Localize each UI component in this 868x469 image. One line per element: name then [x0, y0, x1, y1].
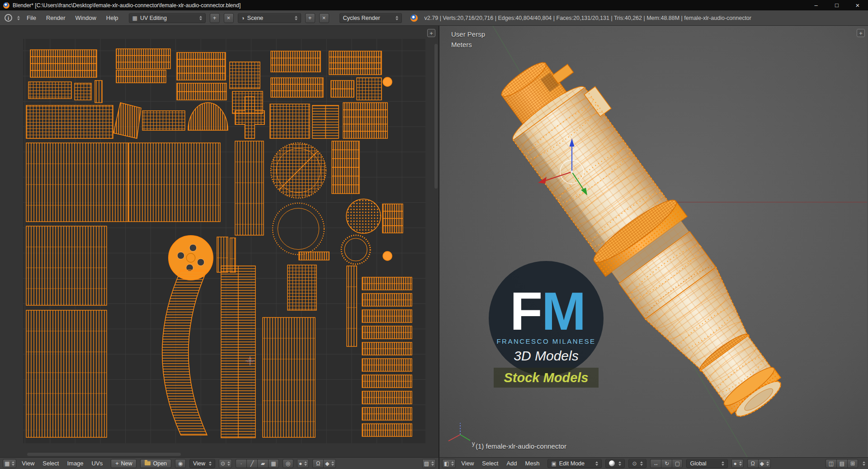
uv-island-ladder[interactable]: [329, 51, 382, 75]
layers-button[interactable]: ⊞: [847, 459, 858, 468]
uv-island-ladder[interactable]: [331, 81, 354, 97]
v3d-menu-mesh[interactable]: Mesh: [525, 460, 540, 467]
uv-island-grid[interactable]: [28, 82, 71, 99]
uv-island-grid[interactable]: [26, 105, 113, 138]
menu-help[interactable]: Help: [106, 14, 118, 21]
close-button[interactable]: ×: [847, 0, 868, 10]
screen-layout-dropdown[interactable]: ▦ UV Editing: [129, 13, 206, 23]
menu-window[interactable]: Window: [75, 14, 96, 21]
manipulator-scale-button[interactable]: ▢: [672, 459, 683, 468]
menu-file[interactable]: File: [27, 14, 36, 21]
pivot-point-dropdown[interactable]: ⊙: [628, 459, 646, 468]
uv-pivot-button[interactable]: ⊙: [219, 459, 232, 468]
add-scene-button[interactable]: +: [305, 13, 315, 23]
uv-island-ladder[interactable]: [332, 141, 359, 194]
maximize-button[interactable]: □: [826, 0, 847, 10]
uv-island-vstr[interactable]: [235, 141, 264, 235]
v3d-snap-magnet-button[interactable]: Ω: [747, 459, 758, 468]
delete-layout-button[interactable]: ×: [224, 13, 234, 23]
uv-menu-uvs[interactable]: UVs: [92, 460, 103, 467]
manipulator-rotate-button[interactable]: ↻: [661, 459, 672, 468]
uv-island-grid[interactable]: [288, 265, 316, 310]
manipulator-translate-button[interactable]: ↔: [650, 459, 661, 468]
uv-island-ladder[interactable]: [299, 252, 329, 260]
uv-island-vstr[interactable]: [263, 317, 315, 437]
render-engine-dropdown[interactable]: Cycles Render: [340, 13, 402, 23]
uv-snap-element-button[interactable]: ◆: [323, 459, 336, 468]
watermark-monogram-m: M: [542, 281, 585, 341]
uv-image-editor[interactable]: +: [0, 26, 439, 457]
viewport-3d[interactable]: FM FRANCESCO MILANESE 3D Models Stock Mo…: [439, 26, 868, 457]
uv-editor-type-button[interactable]: ▦: [3, 459, 16, 468]
uv-island-grid[interactable]: [142, 111, 185, 130]
image-open-button[interactable]: Open: [140, 459, 171, 468]
v3d-menu-view[interactable]: View: [461, 460, 474, 467]
header-collapse-arrows-icon[interactable]: [863, 461, 865, 466]
uv-island-ladder[interactable]: [177, 52, 226, 80]
layers-icon: ⊞: [850, 460, 855, 467]
uv-island-grid[interactable]: [75, 83, 91, 100]
uv-island-ladder[interactable]: [177, 83, 226, 100]
uv-menu-select[interactable]: Select: [42, 460, 59, 467]
uv-menu-view[interactable]: View: [22, 460, 34, 467]
editor-collapse-arrows-icon[interactable]: [17, 16, 20, 20]
render-preview-button[interactable]: ▤: [836, 459, 847, 468]
uv-draw-type-button[interactable]: ▧: [422, 459, 436, 468]
v3d-snap-element-button[interactable]: ◆: [758, 459, 771, 468]
uv-select-vertex-button[interactable]: ·: [236, 459, 246, 468]
uv-island-disc[interactable]: [383, 251, 392, 261]
v3d-menu-select[interactable]: Select: [482, 460, 498, 467]
uv-island-vstr[interactable]: [26, 310, 107, 437]
uv-island-vstr[interactable]: [26, 226, 107, 305]
uv-sticky-select-button[interactable]: ◎: [283, 459, 293, 468]
uv-island-ladder[interactable]: [30, 50, 97, 77]
viewport-canvas[interactable]: FM FRANCESCO MILANESE 3D Models Stock Mo…: [439, 26, 867, 457]
v3d-menu-add[interactable]: Add: [506, 460, 517, 467]
uv-island-ladder[interactable]: [343, 103, 387, 138]
uv-select-face-button[interactable]: ▰: [257, 459, 268, 468]
uv-island-grid[interactable]: [357, 78, 382, 100]
image-new-button[interactable]: + New: [111, 459, 137, 468]
uv-drawtype-cluster: ▧: [422, 459, 436, 468]
uv-select-edge-button[interactable]: ╱: [246, 459, 257, 468]
uv-island-vstr[interactable]: [26, 143, 128, 222]
uv-select-island-button[interactable]: ▦: [268, 459, 279, 468]
uv-vertical-scrollbar[interactable]: [434, 44, 438, 189]
uv-island-dotdisc[interactable]: [346, 199, 381, 233]
add-layout-button[interactable]: +: [210, 13, 220, 23]
minimize-button[interactable]: –: [806, 0, 826, 10]
uv-island-grid[interactable]: [270, 104, 310, 138]
uv-island-vstr[interactable]: [128, 143, 220, 222]
delete-scene-button[interactable]: ×: [319, 13, 329, 23]
uv-region-expand-button[interactable]: +: [427, 29, 435, 37]
mode-dropdown[interactable]: ▣ Edit Mode: [547, 459, 602, 468]
uv-menu-image[interactable]: Image: [67, 460, 83, 467]
menu-render[interactable]: Render: [46, 14, 66, 21]
occlude-geometry-button[interactable]: ◫: [826, 459, 836, 468]
v3d-proportional-edit-button[interactable]: ●: [731, 459, 743, 468]
uv-island-disc[interactable]: [383, 77, 392, 86]
uv-snap-magnet-button[interactable]: Ω: [312, 459, 323, 468]
uv-island-vstr[interactable]: [347, 266, 357, 346]
viewport-region-expand-button[interactable]: +: [857, 29, 865, 37]
pin-image-button[interactable]: ◉: [175, 459, 186, 468]
uv-island-ladder[interactable]: [271, 51, 321, 72]
uv-island-circ[interactable]: [271, 143, 326, 198]
uv-island-ladder[interactable]: [382, 204, 403, 233]
scene-dropdown[interactable]: ◑ Scene: [238, 13, 301, 23]
uv-island-vlad[interactable]: [221, 266, 255, 438]
uv-island-grid[interactable]: [230, 62, 260, 89]
v3d-editor-type-button[interactable]: ◧: [442, 459, 456, 468]
uv-island-ladder[interactable]: [271, 78, 323, 97]
uv-canvas[interactable]: [0, 26, 439, 457]
uv-island-ladder[interactable]: [116, 49, 170, 69]
info-editor-icon[interactable]: i: [5, 14, 12, 22]
uv-island-ladder[interactable]: [116, 70, 166, 83]
uv-island-vlad[interactable]: [312, 105, 339, 138]
uv-proportional-edit-button[interactable]: ●: [297, 459, 309, 468]
viewport-shading-dropdown[interactable]: [605, 459, 625, 468]
orientation-dropdown[interactable]: Global: [686, 459, 728, 468]
uv-horizontal-scrollbar[interactable]: [27, 453, 181, 456]
uv-island-vstr[interactable]: [95, 81, 102, 103]
uv-display-dropdown[interactable]: View: [189, 459, 215, 468]
